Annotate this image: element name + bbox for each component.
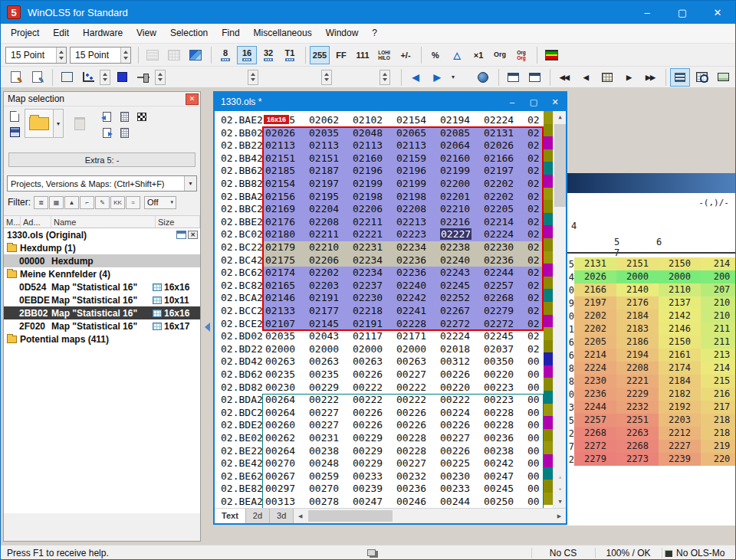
hex-cell[interactable]: 02218 xyxy=(351,305,395,318)
last-map-button[interactable]: ▶▶ xyxy=(640,68,660,87)
hex-cell[interactable]: 02238 xyxy=(439,241,482,254)
map-cell[interactable]: 2184 xyxy=(616,309,659,323)
scroll-page-down-icon[interactable]: ▿ xyxy=(554,483,566,496)
open-project-button[interactable] xyxy=(25,109,54,138)
hex-cell[interactable]: 02252 xyxy=(439,292,482,305)
map-cell[interactable]: 220 xyxy=(701,453,736,466)
tree-folder[interactable]: Meine Kennfelder (4) xyxy=(4,267,200,280)
scroll-down-icon[interactable]: ▼ xyxy=(554,496,566,508)
hex-cell[interactable]: 00227 xyxy=(307,407,351,420)
map-cell[interactable]: 219 xyxy=(701,440,736,453)
hex-cell[interactable]: 00224 xyxy=(439,407,482,420)
map-cell[interactable]: 2251 xyxy=(616,414,659,427)
map-cell[interactable]: 2229 xyxy=(616,388,659,401)
map-cell[interactable]: 2174 xyxy=(659,362,701,375)
hex-cell[interactable]: 02146 xyxy=(264,292,307,305)
fill-color-icon[interactable] xyxy=(112,68,132,87)
map-cell[interactable]: 2205 xyxy=(574,336,616,349)
map-cell[interactable]: 2000 xyxy=(659,270,701,283)
filter-button-5[interactable]: ✎ xyxy=(95,196,110,209)
hex-cell[interactable]: 00270 xyxy=(264,457,307,470)
map-cell[interactable]: 2026 xyxy=(574,270,616,283)
hex-cell[interactable]: 02206 xyxy=(307,254,351,267)
tree-project[interactable]: 1330.ols (Original) xyxy=(4,228,200,241)
hex-cell[interactable]: 02202 xyxy=(307,267,351,280)
export-window-button[interactable] xyxy=(99,125,114,140)
next-difference-button[interactable]: ▶ xyxy=(427,68,447,87)
hex-cell[interactable]: 02245 xyxy=(439,280,482,293)
hex-cell[interactable]: 02 xyxy=(526,152,544,165)
tree-folder[interactable]: Potential maps (411) xyxy=(4,332,200,345)
hex-cell[interactable]: 02169 xyxy=(264,203,307,216)
hex-cell[interactable]: 00228 xyxy=(482,407,526,420)
hex-cell[interactable]: 00222 xyxy=(439,394,482,407)
hex-cell[interactable]: 00 xyxy=(526,445,544,458)
filter-off-combo[interactable]: Off▾ xyxy=(144,196,176,209)
hex-cell[interactable]: 00 xyxy=(526,368,544,382)
map-cell[interactable]: 2197 xyxy=(574,296,616,309)
hex-cell[interactable]: 00227 xyxy=(395,457,439,470)
hex-cell[interactable]: 02000 xyxy=(395,343,439,356)
tab-3d[interactable]: 3d xyxy=(270,509,294,523)
map-cell[interactable]: 210 xyxy=(701,309,736,323)
hex-cell[interactable]: 02199 xyxy=(395,178,439,191)
hex-cell[interactable]: 00228 xyxy=(482,419,526,432)
map-cell[interactable]: 2192 xyxy=(659,401,701,414)
map-cell[interactable]: 210 xyxy=(701,296,736,309)
hex-cell[interactable]: 02064 xyxy=(439,139,482,152)
hex-cell[interactable]: 00235 xyxy=(264,368,307,382)
sign-button[interactable]: +/- xyxy=(396,46,416,64)
map-cell[interactable]: 2239 xyxy=(659,453,701,466)
hex-cell[interactable]: 02 xyxy=(526,241,544,254)
hex-cell[interactable]: 02194 xyxy=(439,114,482,127)
hex-cell[interactable]: 02113 xyxy=(395,139,439,152)
hex-cell[interactable]: 00229 xyxy=(351,445,395,458)
hex-cell[interactable]: 02117 xyxy=(351,330,395,343)
hex-cell[interactable]: 02 xyxy=(526,216,544,229)
menu-hardware[interactable]: Hardware xyxy=(76,24,130,43)
hex-cell[interactable]: 02 xyxy=(526,280,544,293)
hex-cell[interactable]: 00236 xyxy=(395,483,439,496)
spinner-buttons[interactable] xyxy=(120,47,130,63)
hex-cell[interactable]: 02 xyxy=(526,178,544,191)
background-window-titleband[interactable] xyxy=(567,173,736,193)
font-size-spinner-2[interactable]: 15 Point xyxy=(70,47,131,64)
hex-cell[interactable]: 02174 xyxy=(264,267,307,280)
map-cell[interactable]: 211 xyxy=(701,323,736,336)
original-button[interactable]: Org xyxy=(490,46,510,64)
map-cell[interactable]: 2244 xyxy=(574,401,616,414)
hex-cell[interactable]: 02228 xyxy=(395,318,439,331)
map-cell[interactable]: 2227 xyxy=(659,440,701,453)
map-cell[interactable]: 2150 xyxy=(659,336,701,349)
hex-cell[interactable]: 00236 xyxy=(482,432,526,445)
child-minimize-button[interactable]: – xyxy=(501,93,523,111)
hex-cell[interactable]: 02062 xyxy=(307,114,351,127)
menu-project[interactable]: Project xyxy=(4,24,46,43)
hex-cell[interactable]: 02241 xyxy=(395,305,439,318)
map-cell[interactable]: 2194 xyxy=(616,349,659,362)
map-cell[interactable]: 2268 xyxy=(616,440,659,453)
decimal-view-button[interactable]: 255 xyxy=(310,46,330,64)
map-cell[interactable]: 211 xyxy=(701,336,736,349)
tree-map-item[interactable]: 00000Hexdump xyxy=(4,254,200,267)
hex-cell[interactable]: 02198 xyxy=(395,191,439,204)
hex-cell[interactable]: 00312 xyxy=(439,355,482,368)
hex-cell[interactable]: 00229 xyxy=(351,432,395,445)
tree-map-item[interactable]: 2BB02Map "Statistical 16"16x16 xyxy=(4,306,200,319)
hex-cell[interactable]: 02197 xyxy=(307,178,351,191)
scrollbar-thumb[interactable] xyxy=(554,124,566,207)
hex-cell[interactable]: 02240 xyxy=(439,254,482,267)
hex-cell[interactable]: 00297 xyxy=(264,483,307,496)
map-cell[interactable]: 2273 xyxy=(616,453,659,466)
slider-icon[interactable] xyxy=(133,68,153,87)
hex-cell[interactable]: 02113 xyxy=(307,139,351,152)
column-header[interactable]: M... xyxy=(4,216,21,228)
hex-cell[interactable]: 00 xyxy=(526,407,544,420)
map-cell[interactable]: 2182 xyxy=(659,388,701,401)
hex-cell[interactable]: 02208 xyxy=(395,203,439,216)
hex-cell[interactable]: 02159 xyxy=(395,152,439,165)
hex-cell[interactable]: 02165 xyxy=(264,280,307,293)
hex-cell[interactable]: 00 xyxy=(526,457,544,470)
map-cell[interactable]: 2224 xyxy=(574,362,616,375)
map-cell[interactable]: 2000 xyxy=(616,270,659,283)
